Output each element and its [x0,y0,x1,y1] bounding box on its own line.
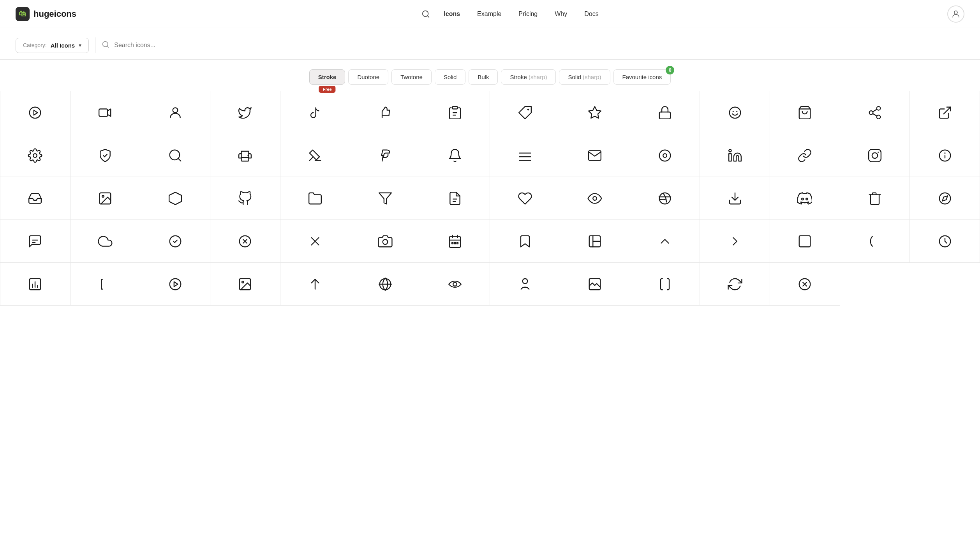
icon-pen[interactable] [280,134,351,177]
logo[interactable]: 🛍 hugeicons [16,7,76,21]
tab-bulk[interactable]: Bulk [469,69,498,85]
icon-book[interactable] [560,220,630,263]
icon-dribbble[interactable] [630,177,700,220]
svg-rect-71 [457,242,458,244]
svg-rect-14 [659,112,671,119]
icon-bookmark[interactable] [490,220,560,263]
svg-point-53 [806,198,808,200]
svg-point-2 [954,11,957,14]
icon-trash[interactable] [840,177,910,220]
icon-inbox[interactable] [0,177,71,220]
icons-grid-area [0,91,980,306]
icon-menu[interactable] [490,134,560,177]
svg-point-33 [663,154,667,157]
svg-point-50 [659,193,671,204]
icon-x-circle[interactable] [210,220,280,263]
icon-image[interactable] [71,177,141,220]
icon-filter[interactable] [350,177,420,220]
icon-thumbs-up[interactable] [350,91,420,134]
svg-point-44 [102,195,104,197]
icon-picture[interactable] [560,263,630,306]
search-input[interactable] [114,42,964,49]
tab-stroke-sharp[interactable]: Stroke (sharp) [501,69,556,85]
icon-tag[interactable] [490,91,560,134]
tab-stroke[interactable]: Stroke Free [309,69,345,85]
user-avatar-button[interactable] [947,5,964,23]
svg-rect-70 [455,242,456,244]
icon-instagram[interactable] [840,134,910,177]
nav-why[interactable]: Why [548,7,574,21]
nav-docs[interactable]: Docs [577,7,605,21]
icon-map-pin[interactable] [630,134,700,177]
style-tabs: Stroke Free Duotone Twotone Solid Bulk S… [0,60,980,91]
icon-tiktok[interactable] [280,91,351,134]
icon-clipboard[interactable] [420,91,490,134]
icon-mail[interactable] [560,134,630,177]
icon-linkedin[interactable] [700,134,770,177]
icon-download[interactable] [700,177,770,220]
nav-search-icon[interactable] [418,6,434,22]
favourite-tab[interactable]: Favourite icons 0 [613,69,671,85]
tab-solid[interactable]: Solid [435,69,465,85]
icon-hexagon[interactable] [140,177,210,220]
icon-placeholder-2[interactable] [770,263,840,306]
nav-example[interactable]: Example [470,7,508,21]
icon-cloud[interactable] [71,220,141,263]
icon-chevron-up[interactable] [630,220,700,263]
icon-file-text[interactable] [420,177,490,220]
icon-heart[interactable] [490,177,560,220]
icon-chart[interactable] [0,263,71,306]
icon-user-2[interactable] [490,263,560,306]
svg-marker-45 [169,192,182,205]
icon-parenthesis-left[interactable] [840,220,910,263]
icon-printer[interactable] [210,134,280,177]
icon-shopping-bag[interactable] [770,91,840,134]
icon-placeholder-1[interactable] [770,220,840,263]
main-nav: Icons Example Pricing Why Docs [418,6,605,22]
icon-circle-play[interactable] [140,263,210,306]
tab-solid-sharp[interactable]: Solid (sharp) [559,69,610,85]
icon-refresh[interactable] [700,263,770,306]
icon-video-camera[interactable] [71,91,141,134]
icon-clock[interactable] [910,220,980,263]
icon-chevron-right[interactable] [700,220,770,263]
icon-close[interactable] [280,220,351,263]
icon-bell[interactable] [420,134,490,177]
tab-stroke-sharp-label: Stroke (sharp) [510,74,547,80]
icon-check-circle[interactable] [140,220,210,263]
icon-twitter[interactable] [210,91,280,134]
icon-arrow-up[interactable] [280,263,351,306]
nav-icons[interactable]: Icons [437,7,467,21]
icon-settings[interactable] [0,134,71,177]
icon-folder[interactable] [280,177,351,220]
icon-chat[interactable] [0,220,71,263]
icon-globe[interactable] [350,263,420,306]
icon-share[interactable] [840,91,910,134]
icon-lock[interactable] [630,91,700,134]
icon-info[interactable] [910,134,980,177]
icon-hat[interactable] [420,263,490,306]
icon-user[interactable] [140,91,210,134]
icon-shield-check[interactable] [71,134,141,177]
icon-external-link[interactable] [910,91,980,134]
tab-twotone-label: Twotone [400,74,423,80]
category-select[interactable]: Category: All Icons ▾ [16,38,89,53]
icon-camera[interactable] [350,220,420,263]
icon-compass[interactable] [910,177,980,220]
icon-play[interactable] [0,91,71,134]
icon-star[interactable] [560,91,630,134]
tab-twotone[interactable]: Twotone [391,69,432,85]
icon-search[interactable] [140,134,210,177]
icon-github[interactable] [210,177,280,220]
icon-code-braces[interactable] [630,263,700,306]
icon-paypal[interactable] [350,134,420,177]
tab-duotone[interactable]: Duotone [348,69,388,85]
nav-pricing[interactable]: Pricing [511,7,545,21]
icon-eye[interactable] [560,177,630,220]
icon-calendar[interactable] [420,220,490,263]
icon-smile[interactable] [700,91,770,134]
icon-image-2[interactable] [210,263,280,306]
icon-link[interactable] [770,134,840,177]
icon-discord[interactable] [770,177,840,220]
icon-bracket[interactable] [71,263,141,306]
